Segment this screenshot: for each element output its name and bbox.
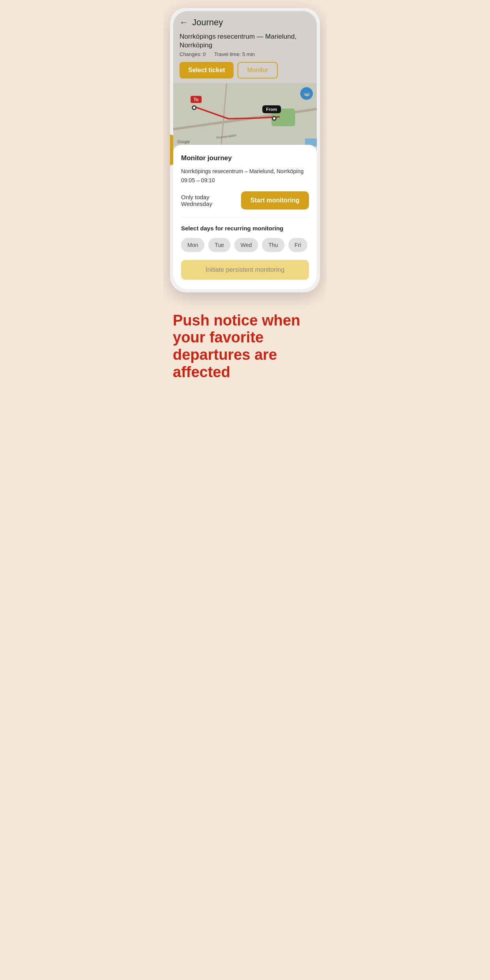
today-row: Only today Wednesday Start monitoring [181,191,309,209]
start-monitoring-button[interactable]: Start monitoring [241,191,309,209]
map-area: To From 🚌 Google Promenaden [173,83,317,146]
day-mon[interactable]: Mon [181,238,204,252]
day-fri[interactable]: Fri [288,238,307,252]
journey-route: Norrköpings resecentrum — Marielund, Nor… [180,32,310,50]
header-bar: ← Journey [173,11,317,31]
map-from-label: From [262,105,281,113]
day-wed[interactable]: Wed [234,238,258,252]
today-labels: Only today Wednesday [181,194,212,207]
changes-label: Changes: 0 [180,51,206,57]
bottom-section: Push notice when your favorite departure… [163,300,327,397]
bottom-headline: Push notice when your favorite departure… [173,312,317,381]
travel-time-label: Travel time: 5 min [214,51,255,57]
sheet-time: 09:05 – 09:10 [181,177,309,183]
phone-inner: ← Journey Norrköpings resecentrum — Mari… [173,11,317,289]
page-title: Journey [192,17,223,28]
initiate-monitoring-button[interactable]: Initiate persistent monitoring [181,260,309,280]
map-background: To From 🚌 Google Promenaden [173,83,317,146]
journey-meta: Changes: 0 Travel time: 5 min [180,51,310,57]
day-thu[interactable]: Thu [262,238,284,252]
journey-buttons: Select ticket Monitor [180,62,310,79]
days-row: Mon Tue Wed Thu Fri [181,238,309,252]
journey-info: Norrköpings resecentrum — Marielund, Nor… [173,31,317,83]
route-svg [173,83,317,146]
day-tue[interactable]: Tue [208,238,230,252]
map-to-label: To [191,96,202,103]
phone-frame: ← Journey Norrköpings resecentrum — Mari… [170,8,320,292]
bus-icon: 🚌 [300,87,313,100]
back-button[interactable]: ← [180,17,188,28]
sheet-route: Norrköpings resecentrum – Marielund, Nor… [181,168,309,176]
app-screen: ← Journey Norrköpings resecentrum — Mari… [173,11,317,289]
divider [181,217,309,218]
monitor-button[interactable]: Monitor [238,62,277,79]
sheet-title: Monitor journey [181,154,309,162]
only-today-label: Only today [181,194,212,200]
select-ticket-button[interactable]: Select ticket [180,62,234,79]
bottom-sheet: Monitor journey Norrköpings resecentrum … [173,145,317,289]
recurring-title: Select days for recurring monitoring [181,225,309,232]
google-watermark: Google [177,140,190,144]
today-day-label: Wednesday [181,200,212,207]
